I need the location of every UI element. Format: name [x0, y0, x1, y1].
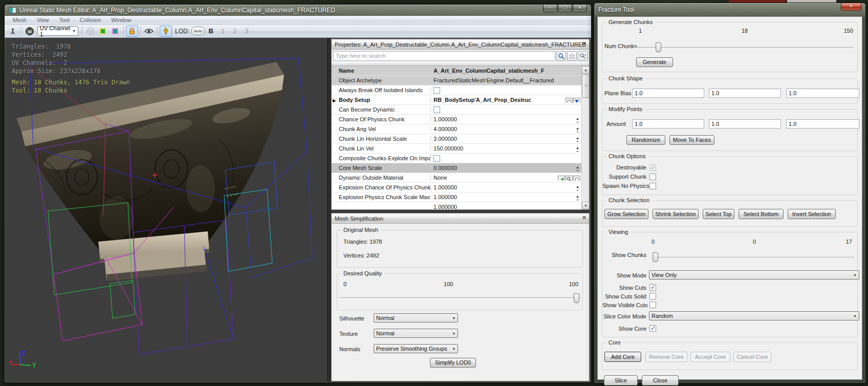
show-cuts-solid-checkbox[interactable]: [649, 293, 656, 299]
remove-core-button[interactable]: Remove Core: [645, 352, 687, 362]
show-chunks-slider-thumb[interactable]: [653, 252, 658, 262]
mesh-simplification-title[interactable]: Mesh Simplification ✕: [332, 213, 589, 224]
show-cuts-checkbox[interactable]: [649, 284, 656, 291]
properties-panel-title[interactable]: Properties: A_Art_Prop_Destructable_Colu…: [332, 39, 589, 50]
fracture-tool-button[interactable]: [160, 26, 172, 37]
property-row[interactable]: Chunk Ang Vel 4.000000 ▲▼: [332, 124, 581, 134]
scroll-down-icon[interactable]: ▼: [582, 202, 589, 209]
normals-select[interactable]: Preserve Smoothing Groups ▼: [374, 344, 458, 353]
fracture-close-button[interactable]: ✕: [841, 3, 861, 11]
object-picker-dropdown-icon[interactable]: [573, 98, 580, 103]
show-chunks-slider-track[interactable]: [653, 257, 854, 258]
property-row[interactable]: Explosion Physics Chunk Scale Max 1.0000…: [332, 192, 581, 202]
search-input[interactable]: [333, 51, 555, 61]
plane-bias-z-input[interactable]: [786, 89, 859, 98]
menu-collision[interactable]: Collision: [76, 17, 107, 23]
select-bottom-button[interactable]: Select Bottom: [739, 209, 784, 219]
cancel-core-button[interactable]: Cancel Core: [733, 352, 771, 362]
realtime-button[interactable]: [143, 26, 155, 37]
minimize-button[interactable]: —: [543, 5, 557, 12]
value-spinner[interactable]: ▲▼: [575, 146, 580, 152]
amount-x-input[interactable]: [632, 119, 704, 128]
lod-1-button[interactable]: 1: [221, 27, 225, 35]
value-spinner[interactable]: ▲▼: [575, 126, 580, 132]
property-row[interactable]: Dynamic Outside Material None: [332, 173, 581, 183]
lod-2-button[interactable]: 2: [233, 27, 236, 35]
mesh-simplification-close-icon[interactable]: ✕: [582, 215, 587, 221]
property-row[interactable]: Chunk Lin Horizontal Scale 3.000000 ▲▼: [332, 134, 581, 144]
shrink-selection-button[interactable]: Shrink Selection: [653, 209, 699, 219]
invert-selection-button[interactable]: Invert Selection: [788, 209, 836, 219]
property-row-selected[interactable]: Core Mesh Scale 0.000000 ▲▼: [332, 163, 581, 173]
plane-bias-x-input[interactable]: [632, 89, 704, 98]
property-row[interactable]: Chunk Lin Vel 150.000000 ▲▼: [332, 144, 581, 154]
show-object-button[interactable]: [566, 98, 573, 103]
generate-button[interactable]: Generate: [636, 57, 673, 67]
search-options-button[interactable]: [578, 51, 588, 61]
wireframe-button[interactable]: [84, 26, 97, 37]
show-mode-select[interactable]: View Only ▼: [649, 270, 859, 280]
property-row[interactable]: Explosion Chance Of Physics Chunk 1.0000…: [332, 183, 581, 192]
slice-button[interactable]: Slice: [604, 375, 638, 385]
uv-channel-select[interactable]: UV Channel 1 ▼: [37, 26, 78, 36]
vertical-splitter[interactable]: [328, 38, 331, 381]
property-row[interactable]: Can Become Dynamic: [332, 105, 581, 115]
spawn-no-physics-checkbox[interactable]: [649, 183, 656, 189]
checkbox[interactable]: [433, 106, 440, 113]
checkbox[interactable]: [433, 155, 440, 162]
fracture-titlebar[interactable]: Fracture Tool ✕: [594, 3, 865, 16]
num-chunks-slider-track[interactable]: [634, 47, 853, 48]
scrollbar-thumb[interactable]: ≡: [582, 74, 589, 98]
use-selected-icon[interactable]: [558, 176, 565, 181]
property-row[interactable]: Composite Chunks Explode On Impact: [332, 154, 581, 163]
clear-reference-icon[interactable]: [573, 176, 580, 181]
move-to-faces-button[interactable]: Move To Faces: [669, 135, 714, 145]
value-spinner[interactable]: ▲▼: [575, 165, 580, 171]
property-row[interactable]: Object Archetype FracturedStaticMesh'Eng…: [332, 76, 581, 85]
property-row[interactable]: Always Break Off Isolated Islands: [332, 85, 581, 95]
simplify-lod0-button[interactable]: Simplify LOD0: [430, 358, 476, 368]
show-uv-teal-button[interactable]: [109, 26, 121, 37]
support-chunk-checkbox[interactable]: [649, 174, 656, 180]
expander-icon[interactable]: ▶: [333, 98, 336, 103]
main-titlebar[interactable]: Unreal Static Mesh Editor: A_Art_Prop_De…: [5, 5, 591, 16]
property-row[interactable]: Name A_Art_Env_ColumnCapital_staticmesh_…: [332, 66, 581, 76]
maximize-button[interactable]: ❐: [558, 5, 572, 12]
menu-view[interactable]: View: [33, 17, 55, 23]
menu-mesh[interactable]: Mesh: [9, 17, 33, 23]
favorites-button[interactable]: [567, 51, 577, 61]
checkbox[interactable]: [433, 87, 440, 94]
plane-bias-y-input[interactable]: [709, 89, 781, 98]
menu-tool[interactable]: Tool: [55, 17, 76, 23]
show-visible-cuts-checkbox[interactable]: [649, 302, 656, 308]
value-spinner[interactable]: ▲▼: [575, 195, 580, 200]
find-in-browser-icon[interactable]: [566, 176, 573, 181]
quality-slider-track[interactable]: [339, 297, 580, 298]
slice-color-mode-select[interactable]: Random ▼: [649, 311, 859, 320]
lod-base-button[interactable]: B: [208, 27, 213, 35]
accept-core-button[interactable]: Accept Core: [690, 352, 730, 362]
camera-pose-button[interactable]: [7, 26, 19, 37]
value-spinner[interactable]: ▲▼: [575, 136, 580, 142]
amount-z-input[interactable]: [786, 119, 859, 128]
destroyable-checkbox[interactable]: [649, 164, 656, 171]
randomize-button[interactable]: Randomize: [626, 135, 665, 145]
show-uv-green-button[interactable]: [97, 26, 109, 37]
lock-camera-button[interactable]: [126, 26, 138, 37]
properties-close-icon[interactable]: ✕: [582, 40, 587, 47]
3d-viewport[interactable]: Z Y x Triangles: 1978 Vertices: 2492 UV …: [5, 38, 328, 381]
value-spinner[interactable]: ▲▼: [575, 185, 580, 190]
add-core-button[interactable]: Add Core: [604, 352, 641, 362]
show-core-checkbox[interactable]: [649, 325, 656, 332]
quality-slider-thumb[interactable]: [574, 293, 579, 303]
uv-overlay-button[interactable]: W: [24, 26, 36, 37]
property-row[interactable]: ▶Body Setup RB_BodySetup'A_Art_Prop_Dest…: [332, 95, 581, 105]
amount-y-input[interactable]: [709, 119, 781, 128]
close-button[interactable]: ✕: [573, 5, 587, 12]
properties-scrollbar[interactable]: ▲ ≡ ▼: [581, 66, 589, 209]
scroll-up-icon[interactable]: ▲: [582, 66, 589, 74]
property-row[interactable]: Chance Of Physics Chunk 1.000000 ▲▼: [332, 115, 581, 124]
texture-select[interactable]: Normal ▼: [374, 329, 458, 338]
lod-auto-button[interactable]: Auto: [191, 27, 205, 35]
property-row[interactable]: 1.000000: [332, 202, 581, 209]
